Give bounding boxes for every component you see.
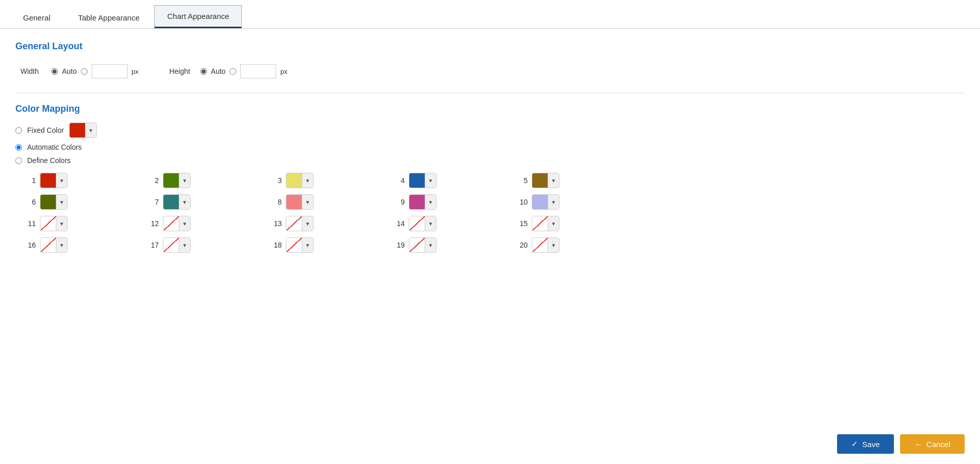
save-button[interactable]: ✓ Save	[837, 434, 894, 454]
color-picker-6[interactable]: ▼	[40, 194, 68, 210]
cancel-label: Cancel	[926, 440, 950, 449]
color-item-16: 16 ▼	[26, 237, 128, 253]
color-arrow-17[interactable]: ▼	[179, 238, 190, 252]
color-swatch-7	[163, 195, 179, 209]
height-px-label: px	[280, 68, 287, 75]
color-picker-12[interactable]: ▼	[163, 216, 191, 231]
color-arrow-3[interactable]: ▼	[302, 173, 313, 188]
color-swatch-20	[532, 238, 548, 252]
color-arrow-18[interactable]: ▼	[302, 238, 313, 252]
color-arrow-20[interactable]: ▼	[548, 238, 559, 252]
color-item-1: 1 ▼	[26, 173, 128, 188]
cancel-button[interactable]: ← Cancel	[900, 434, 965, 454]
color-arrow-1[interactable]: ▼	[56, 173, 67, 188]
height-custom-radio[interactable]	[230, 68, 236, 75]
height-field: Height Auto px	[170, 64, 288, 78]
color-picker-16[interactable]: ▼	[40, 237, 68, 253]
color-arrow-10[interactable]: ▼	[548, 195, 559, 209]
color-arrow-6[interactable]: ▼	[56, 195, 67, 209]
width-auto-radio[interactable]	[51, 68, 58, 75]
color-arrow-8[interactable]: ▼	[302, 195, 313, 209]
color-picker-14[interactable]: ▼	[409, 216, 436, 231]
automatic-colors-label[interactable]: Automatic Colors	[27, 143, 82, 151]
color-number-6: 6	[26, 198, 36, 206]
color-arrow-2[interactable]: ▼	[179, 173, 190, 188]
width-custom-radio[interactable]	[81, 68, 88, 75]
color-arrow-12[interactable]: ▼	[179, 216, 190, 231]
color-arrow-16[interactable]: ▼	[56, 238, 67, 252]
color-picker-20[interactable]: ▼	[532, 237, 559, 253]
define-colors-radio[interactable]	[15, 157, 22, 164]
color-item-13: 13 ▼	[272, 216, 374, 231]
width-px-label: px	[132, 68, 139, 75]
fixed-color-arrow-icon[interactable]: ▼	[85, 123, 96, 137]
color-swatch-9	[409, 195, 425, 209]
fixed-color-option: Fixed Color ▼	[15, 123, 965, 138]
fixed-color-picker[interactable]: ▼	[69, 123, 97, 138]
tab-chart-appearance[interactable]: Chart Appearance	[154, 5, 242, 28]
height-radio-group: Auto px	[200, 64, 288, 78]
color-picker-3[interactable]: ▼	[286, 173, 314, 188]
height-auto-label[interactable]: Auto	[211, 67, 226, 75]
fixed-color-radio[interactable]	[15, 127, 22, 134]
color-picker-13[interactable]: ▼	[286, 216, 314, 231]
color-picker-10[interactable]: ▼	[532, 194, 559, 210]
color-item-5: 5 ▼	[517, 173, 620, 188]
color-swatch-5	[532, 173, 548, 188]
color-picker-17[interactable]: ▼	[163, 237, 191, 253]
fixed-color-label[interactable]: Fixed Color	[27, 126, 64, 134]
define-colors-label[interactable]: Define Colors	[27, 156, 71, 165]
color-number-11: 11	[26, 219, 36, 228]
width-input[interactable]	[92, 64, 128, 78]
define-colors-option: Define Colors	[15, 156, 965, 165]
color-swatch-16	[40, 238, 56, 252]
check-icon: ✓	[851, 439, 858, 449]
automatic-colors-radio[interactable]	[15, 144, 22, 151]
color-swatch-3	[286, 173, 302, 188]
color-item-3: 3 ▼	[272, 173, 374, 188]
color-picker-8[interactable]: ▼	[286, 194, 314, 210]
color-arrow-11[interactable]: ▼	[56, 216, 67, 231]
tab-general[interactable]: General	[10, 7, 63, 28]
color-row-3: 11 ▼ 12 ▼ 13 ▼	[26, 216, 965, 231]
color-item-9: 9 ▼	[394, 194, 497, 210]
color-arrow-9[interactable]: ▼	[425, 195, 436, 209]
width-auto-label[interactable]: Auto	[62, 67, 77, 75]
color-swatch-17	[163, 238, 179, 252]
color-picker-1[interactable]: ▼	[40, 173, 68, 188]
color-picker-11[interactable]: ▼	[40, 216, 68, 231]
height-auto-radio[interactable]	[200, 68, 207, 75]
color-swatch-15	[532, 216, 548, 231]
color-arrow-19[interactable]: ▼	[425, 238, 436, 252]
color-arrow-13[interactable]: ▼	[302, 216, 313, 231]
save-label: Save	[862, 440, 880, 449]
color-arrow-14[interactable]: ▼	[425, 216, 436, 231]
color-picker-9[interactable]: ▼	[409, 194, 436, 210]
color-picker-5[interactable]: ▼	[532, 173, 559, 188]
color-number-20: 20	[517, 241, 528, 249]
color-arrow-7[interactable]: ▼	[179, 195, 190, 209]
color-swatch-2	[163, 173, 179, 188]
height-input[interactable]	[240, 64, 276, 78]
color-number-12: 12	[149, 219, 159, 228]
color-picker-7[interactable]: ▼	[163, 194, 191, 210]
color-picker-15[interactable]: ▼	[532, 216, 559, 231]
color-picker-2[interactable]: ▼	[163, 173, 191, 188]
color-item-17: 17 ▼	[149, 237, 251, 253]
color-number-1: 1	[26, 176, 36, 185]
color-picker-19[interactable]: ▼	[409, 237, 436, 253]
color-item-6: 6 ▼	[26, 194, 128, 210]
bottom-actions: ✓ Save ← Cancel	[837, 434, 965, 454]
color-arrow-4[interactable]: ▼	[425, 173, 436, 188]
color-swatch-6	[40, 195, 56, 209]
width-field: Width Auto px	[20, 64, 139, 78]
color-row-4: 16 ▼ 17 ▼ 18 ▼	[26, 237, 965, 253]
define-colors-grid: 1 ▼ 2 ▼ 3 ▼	[15, 173, 965, 253]
color-arrow-5[interactable]: ▼	[548, 173, 559, 188]
tab-table-appearance[interactable]: Table Appearance	[65, 7, 152, 28]
color-number-19: 19	[394, 241, 405, 249]
color-number-2: 2	[149, 176, 159, 185]
color-picker-4[interactable]: ▼	[409, 173, 436, 188]
color-picker-18[interactable]: ▼	[286, 237, 314, 253]
color-arrow-15[interactable]: ▼	[548, 216, 559, 231]
